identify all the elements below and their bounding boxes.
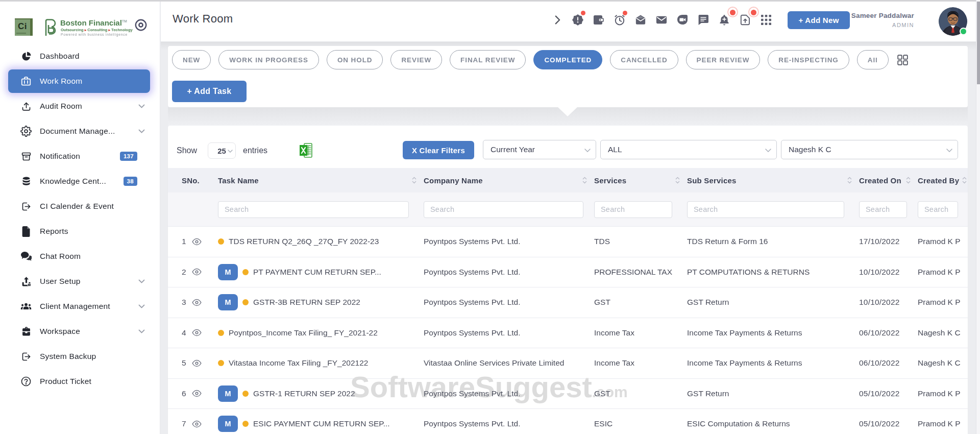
search-task-name-input[interactable] bbox=[218, 201, 409, 218]
created-by: Pramod K P bbox=[918, 298, 968, 307]
created-on: 06/10/2022 bbox=[859, 328, 918, 337]
column-header-sub-services[interactable]: Sub Services bbox=[687, 176, 859, 185]
eye-icon[interactable] bbox=[192, 299, 202, 306]
chevron-down-icon bbox=[946, 149, 952, 152]
clear-filters-button[interactable]: X Clear Filters bbox=[403, 141, 474, 159]
bell-plus-icon[interactable] bbox=[718, 14, 730, 26]
table-row[interactable]: 7 MESIC PAYMENT CUM RETURN SEP... Poyntp… bbox=[168, 408, 968, 434]
sub-service: GST Return bbox=[687, 389, 859, 398]
chat-icon[interactable] bbox=[697, 14, 709, 26]
sidebar-item-product-ticket[interactable]: Product Ticket bbox=[8, 370, 150, 393]
sidebar-item-knowledge-centre[interactable]: Knowledge Cent... 38 bbox=[8, 170, 150, 193]
status-pill-re-inspecting[interactable]: RE-INSPECTING bbox=[768, 50, 849, 69]
table-row[interactable]: 2 MPT PAYMENT CUM RETURN SEP... Poyntpos… bbox=[168, 257, 968, 287]
search-created-on-input[interactable] bbox=[859, 201, 907, 218]
sidebar-item-chat-room[interactable]: Chat Room bbox=[8, 245, 150, 268]
row-number: 1 bbox=[182, 237, 186, 246]
wallet-icon[interactable] bbox=[593, 14, 605, 26]
search-sub-services-input[interactable] bbox=[687, 201, 844, 218]
sub-service: Income Tax Payments & Returns bbox=[687, 358, 859, 368]
brand-trademark: TM bbox=[122, 19, 127, 23]
search-services-input[interactable] bbox=[594, 201, 672, 218]
user-block[interactable]: Sameer Paddalwar ADMIN bbox=[851, 12, 914, 28]
sidebar-item-dashboard[interactable]: Dashboard bbox=[8, 44, 150, 68]
status-pill-review[interactable]: REVIEW bbox=[390, 50, 442, 69]
sidebar-item-notification[interactable]: Notification 137 bbox=[8, 144, 150, 168]
sub-service: ESIC Computation & Returns bbox=[687, 419, 859, 428]
chevron-right-icon[interactable] bbox=[552, 14, 563, 26]
scrollbar-thumb[interactable] bbox=[977, 2, 980, 84]
search-created-by-input[interactable] bbox=[918, 201, 958, 218]
status-pill-on-hold[interactable]: ON HOLD bbox=[327, 50, 383, 69]
add-new-button[interactable]: + Add New bbox=[788, 11, 850, 29]
sort-icon bbox=[582, 177, 587, 184]
created-on: 10/10/2022 bbox=[859, 298, 918, 307]
user-role: ADMIN bbox=[851, 22, 914, 28]
brand-subtagline: Powered with business intelligence bbox=[61, 33, 128, 36]
table-row[interactable]: 4 Poyntpos_Income Tax Filing_ FY_2021-22… bbox=[168, 318, 968, 348]
status-pill-peer-review[interactable]: PEER REVIEW bbox=[686, 50, 761, 69]
sidebar-item-label: Chat Room bbox=[40, 252, 81, 261]
status-pill-new[interactable]: NEW bbox=[172, 50, 211, 69]
status-pill-final-review[interactable]: FINAL REVIEW bbox=[450, 50, 526, 69]
sidebar-item-work-room[interactable]: Work Room bbox=[8, 69, 150, 93]
status-pill-all[interactable]: All bbox=[857, 50, 889, 69]
column-header-services[interactable]: Services bbox=[594, 176, 687, 185]
column-header-task-name[interactable]: Task Name bbox=[218, 176, 424, 185]
company-name: Poyntpos Systems Pvt. Ltd. bbox=[424, 389, 594, 398]
eye-icon[interactable] bbox=[192, 268, 202, 276]
eye-icon[interactable] bbox=[192, 329, 202, 336]
column-header-sno[interactable]: SNo. bbox=[168, 176, 218, 185]
add-task-button[interactable]: + Add Task bbox=[172, 81, 247, 102]
sidebar-item-client-management[interactable]: Client Management bbox=[8, 295, 150, 318]
column-header-created-by[interactable]: Created By bbox=[918, 176, 968, 185]
eye-icon[interactable] bbox=[192, 390, 202, 397]
user-filter-select[interactable]: Nagesh K C bbox=[781, 140, 958, 159]
alert-ring-dot bbox=[751, 10, 756, 15]
excel-export-icon[interactable] bbox=[300, 142, 313, 158]
new-releases-icon[interactable] bbox=[572, 14, 584, 26]
file-upload-icon[interactable] bbox=[739, 14, 751, 26]
page-size-select[interactable]: 25 bbox=[208, 142, 236, 159]
eye-icon[interactable] bbox=[192, 420, 202, 428]
top-edge-line bbox=[0, 0, 980, 2]
video-call-icon[interactable] bbox=[676, 14, 689, 26]
table-row[interactable]: 3 MGSTR-3B RETURN SEP 2022 Poyntpos Syst… bbox=[168, 287, 968, 318]
year-filter-select[interactable]: Current Year bbox=[483, 140, 596, 159]
table-row[interactable]: 6 MGSTR-1 RETURN SEP 2022 Poyntpos Syste… bbox=[168, 378, 968, 409]
sidebar-item-workspace[interactable]: Workspace bbox=[8, 320, 150, 343]
alert-dot bbox=[581, 11, 585, 15]
column-header-company-name[interactable]: Company Name bbox=[424, 176, 594, 185]
column-header-created-on[interactable]: Created On bbox=[859, 176, 918, 185]
search-company-input[interactable] bbox=[424, 201, 583, 218]
sidebar-item-label: Client Management bbox=[40, 302, 110, 311]
eye-icon[interactable] bbox=[192, 359, 202, 367]
service-filter-select[interactable]: ALL bbox=[600, 140, 777, 159]
status-pill-completed[interactable]: COMPLETED bbox=[533, 50, 602, 69]
sign-out-icon bbox=[20, 351, 32, 362]
avatar[interactable] bbox=[939, 7, 967, 36]
open-mail-icon[interactable] bbox=[634, 14, 647, 26]
sub-service: Income Tax Payments & Returns bbox=[687, 328, 859, 337]
task-name: GSTR-1 RETURN SEP 2022 bbox=[253, 389, 355, 398]
vertical-scrollbar[interactable] bbox=[976, 0, 980, 434]
mail-icon[interactable] bbox=[655, 14, 668, 26]
alert-ring-dot bbox=[730, 10, 736, 15]
table-row[interactable]: 1 TDS RETURN Q2_26Q _27Q_FY 2022-23 Poyn… bbox=[168, 226, 968, 257]
target-circle-icon[interactable] bbox=[135, 19, 147, 31]
status-pill-cancelled[interactable]: CANCELLED bbox=[610, 50, 678, 69]
sidebar-item-ci-calender-event[interactable]: CI Calender & Event bbox=[8, 195, 150, 218]
sidebar-item-user-setup[interactable]: User Setup bbox=[8, 270, 150, 293]
sidebar-item-document-management[interactable]: Document Manage... bbox=[8, 119, 150, 143]
sidebar-item-reports[interactable]: Reports bbox=[8, 220, 150, 243]
eye-icon[interactable] bbox=[192, 238, 202, 246]
status-pill-work-in-progress[interactable]: WORK IN PROGRESS bbox=[218, 50, 319, 69]
table-row[interactable]: 5 Vitastaa Income Tax Filing _FY_202122 … bbox=[168, 348, 968, 378]
sidebar-item-audit-room[interactable]: Audit Room bbox=[8, 94, 150, 118]
alarm-clock-icon[interactable] bbox=[614, 14, 626, 26]
apps-grid-icon[interactable] bbox=[760, 14, 772, 26]
grid-view-icon[interactable] bbox=[897, 55, 908, 65]
sidebar-item-system-backup[interactable]: System Backup bbox=[8, 345, 150, 368]
service: GST bbox=[594, 298, 687, 307]
people-icon bbox=[20, 301, 32, 312]
